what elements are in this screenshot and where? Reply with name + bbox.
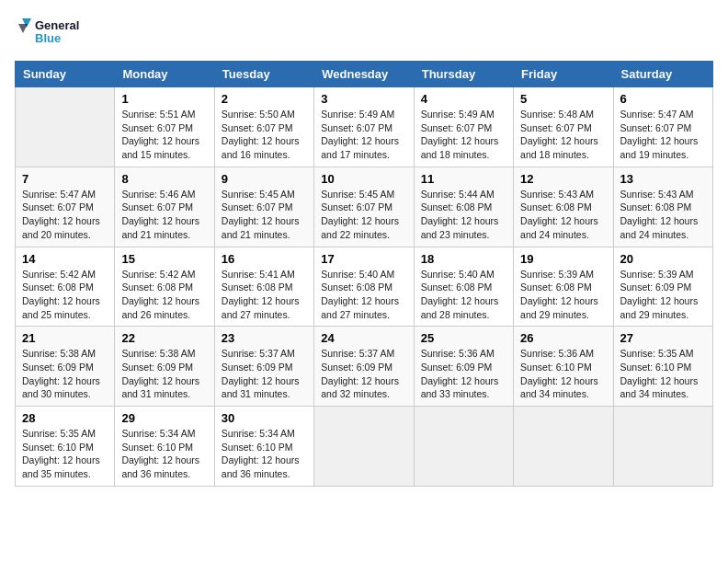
- calendar-cell: 5Sunrise: 5:48 AMSunset: 6:07 PMDaylight…: [514, 87, 613, 167]
- day-detail: Sunrise: 5:43 AMSunset: 6:08 PMDaylight:…: [520, 188, 606, 242]
- calendar-cell: 14Sunrise: 5:42 AMSunset: 6:08 PMDayligh…: [16, 247, 115, 327]
- day-number: 28: [22, 411, 108, 425]
- day-detail: Sunrise: 5:39 AMSunset: 6:09 PMDaylight:…: [620, 268, 706, 322]
- calendar-cell: 16Sunrise: 5:41 AMSunset: 6:08 PMDayligh…: [214, 247, 313, 327]
- calendar-cell: 28Sunrise: 5:35 AMSunset: 6:10 PMDayligh…: [16, 407, 115, 487]
- day-detail: Sunrise: 5:46 AMSunset: 6:07 PMDaylight:…: [121, 188, 207, 242]
- day-number: 24: [321, 331, 406, 345]
- calendar-cell: 2Sunrise: 5:50 AMSunset: 6:07 PMDaylight…: [214, 87, 313, 167]
- weekday-header: Saturday: [613, 62, 712, 87]
- calendar-cell: 26Sunrise: 5:36 AMSunset: 6:10 PMDayligh…: [514, 327, 613, 407]
- day-number: 12: [520, 172, 606, 186]
- day-detail: Sunrise: 5:45 AMSunset: 6:07 PMDaylight:…: [222, 188, 307, 242]
- calendar-cell: 22Sunrise: 5:38 AMSunset: 6:09 PMDayligh…: [115, 327, 214, 407]
- day-detail: Sunrise: 5:47 AMSunset: 6:07 PMDaylight:…: [22, 188, 108, 242]
- weekday-header: Monday: [115, 62, 214, 87]
- day-detail: Sunrise: 5:41 AMSunset: 6:08 PMDaylight:…: [222, 268, 307, 322]
- day-number: 3: [321, 92, 406, 106]
- calendar-cell: 19Sunrise: 5:39 AMSunset: 6:08 PMDayligh…: [514, 247, 613, 327]
- calendar-cell: [613, 407, 712, 487]
- weekday-header: Thursday: [414, 62, 513, 87]
- calendar-cell: 3Sunrise: 5:49 AMSunset: 6:07 PMDaylight…: [314, 87, 414, 167]
- logo: General Blue: [15, 15, 97, 50]
- day-number: 13: [620, 172, 706, 186]
- calendar-cell: [414, 407, 513, 487]
- day-detail: Sunrise: 5:38 AMSunset: 6:09 PMDaylight:…: [22, 347, 108, 401]
- calendar-cell: 4Sunrise: 5:49 AMSunset: 6:07 PMDaylight…: [414, 87, 513, 167]
- day-detail: Sunrise: 5:37 AMSunset: 6:09 PMDaylight:…: [222, 347, 307, 401]
- day-number: 26: [520, 331, 606, 345]
- day-number: 23: [222, 331, 307, 345]
- day-detail: Sunrise: 5:51 AMSunset: 6:07 PMDaylight:…: [121, 108, 207, 162]
- day-number: 15: [121, 252, 207, 266]
- calendar-cell: 9Sunrise: 5:45 AMSunset: 6:07 PMDaylight…: [214, 167, 313, 247]
- day-detail: Sunrise: 5:50 AMSunset: 6:07 PMDaylight:…: [222, 108, 307, 162]
- day-detail: Sunrise: 5:49 AMSunset: 6:07 PMDaylight:…: [421, 108, 506, 162]
- calendar-week-row: 7Sunrise: 5:47 AMSunset: 6:07 PMDaylight…: [16, 167, 713, 247]
- calendar-cell: 1Sunrise: 5:51 AMSunset: 6:07 PMDaylight…: [115, 87, 214, 167]
- calendar-week-row: 21Sunrise: 5:38 AMSunset: 6:09 PMDayligh…: [16, 327, 713, 407]
- day-detail: Sunrise: 5:44 AMSunset: 6:08 PMDaylight:…: [421, 188, 506, 242]
- day-detail: Sunrise: 5:49 AMSunset: 6:07 PMDaylight:…: [321, 108, 406, 162]
- day-detail: Sunrise: 5:36 AMSunset: 6:09 PMDaylight:…: [421, 347, 506, 401]
- day-number: 7: [22, 172, 108, 186]
- page-header: General Blue: [15, 15, 713, 50]
- svg-marker-3: [18, 24, 28, 33]
- day-number: 11: [421, 172, 506, 186]
- day-number: 14: [22, 252, 108, 266]
- day-detail: Sunrise: 5:37 AMSunset: 6:09 PMDaylight:…: [321, 347, 406, 401]
- day-detail: Sunrise: 5:47 AMSunset: 6:07 PMDaylight:…: [620, 108, 706, 162]
- day-detail: Sunrise: 5:42 AMSunset: 6:08 PMDaylight:…: [121, 268, 207, 322]
- calendar-cell: 18Sunrise: 5:40 AMSunset: 6:08 PMDayligh…: [414, 247, 513, 327]
- day-number: 6: [620, 92, 706, 106]
- calendar-cell: 15Sunrise: 5:42 AMSunset: 6:08 PMDayligh…: [115, 247, 214, 327]
- day-detail: Sunrise: 5:40 AMSunset: 6:08 PMDaylight:…: [421, 268, 506, 322]
- day-number: 22: [121, 331, 207, 345]
- calendar-cell: [514, 407, 613, 487]
- svg-text:Blue: Blue: [35, 31, 61, 45]
- day-detail: Sunrise: 5:43 AMSunset: 6:08 PMDaylight:…: [620, 188, 706, 242]
- day-detail: Sunrise: 5:36 AMSunset: 6:10 PMDaylight:…: [520, 347, 606, 401]
- calendar-cell: 21Sunrise: 5:38 AMSunset: 6:09 PMDayligh…: [16, 327, 115, 407]
- calendar-cell: 30Sunrise: 5:34 AMSunset: 6:10 PMDayligh…: [214, 407, 313, 487]
- calendar-cell: [16, 87, 115, 167]
- logo-svg: General Blue: [15, 15, 97, 50]
- calendar-week-row: 1Sunrise: 5:51 AMSunset: 6:07 PMDaylight…: [16, 87, 713, 167]
- calendar-cell: 13Sunrise: 5:43 AMSunset: 6:08 PMDayligh…: [613, 167, 712, 247]
- day-number: 8: [121, 172, 207, 186]
- day-detail: Sunrise: 5:42 AMSunset: 6:08 PMDaylight:…: [22, 268, 108, 322]
- day-number: 17: [321, 252, 406, 266]
- calendar-cell: 11Sunrise: 5:44 AMSunset: 6:08 PMDayligh…: [414, 167, 513, 247]
- day-number: 4: [421, 92, 506, 106]
- day-number: 1: [121, 92, 207, 106]
- weekday-header: Wednesday: [314, 62, 414, 87]
- weekday-header: Friday: [514, 62, 613, 87]
- day-number: 19: [520, 252, 606, 266]
- day-detail: Sunrise: 5:34 AMSunset: 6:10 PMDaylight:…: [121, 427, 207, 481]
- calendar-cell: 12Sunrise: 5:43 AMSunset: 6:08 PMDayligh…: [514, 167, 613, 247]
- calendar-week-row: 28Sunrise: 5:35 AMSunset: 6:10 PMDayligh…: [16, 407, 713, 487]
- day-number: 30: [222, 411, 307, 425]
- calendar-cell: 17Sunrise: 5:40 AMSunset: 6:08 PMDayligh…: [314, 247, 414, 327]
- calendar-cell: 20Sunrise: 5:39 AMSunset: 6:09 PMDayligh…: [613, 247, 712, 327]
- day-detail: Sunrise: 5:38 AMSunset: 6:09 PMDaylight:…: [121, 347, 207, 401]
- calendar-cell: 29Sunrise: 5:34 AMSunset: 6:10 PMDayligh…: [115, 407, 214, 487]
- calendar-cell: 10Sunrise: 5:45 AMSunset: 6:07 PMDayligh…: [314, 167, 414, 247]
- day-number: 16: [222, 252, 307, 266]
- day-detail: Sunrise: 5:45 AMSunset: 6:07 PMDaylight:…: [321, 188, 406, 242]
- day-detail: Sunrise: 5:35 AMSunset: 6:10 PMDaylight:…: [620, 347, 706, 401]
- calendar-cell: 27Sunrise: 5:35 AMSunset: 6:10 PMDayligh…: [613, 327, 712, 407]
- day-detail: Sunrise: 5:34 AMSunset: 6:10 PMDaylight:…: [222, 427, 307, 481]
- calendar-cell: [314, 407, 414, 487]
- weekday-header: Sunday: [16, 62, 115, 87]
- day-number: 9: [222, 172, 307, 186]
- day-number: 20: [620, 252, 706, 266]
- calendar-cell: 23Sunrise: 5:37 AMSunset: 6:09 PMDayligh…: [214, 327, 313, 407]
- calendar-cell: 7Sunrise: 5:47 AMSunset: 6:07 PMDaylight…: [16, 167, 115, 247]
- day-detail: Sunrise: 5:48 AMSunset: 6:07 PMDaylight:…: [520, 108, 606, 162]
- day-number: 29: [121, 411, 207, 425]
- day-number: 10: [321, 172, 406, 186]
- calendar-week-row: 14Sunrise: 5:42 AMSunset: 6:08 PMDayligh…: [16, 247, 713, 327]
- day-detail: Sunrise: 5:40 AMSunset: 6:08 PMDaylight:…: [321, 268, 406, 322]
- day-detail: Sunrise: 5:39 AMSunset: 6:08 PMDaylight:…: [520, 268, 606, 322]
